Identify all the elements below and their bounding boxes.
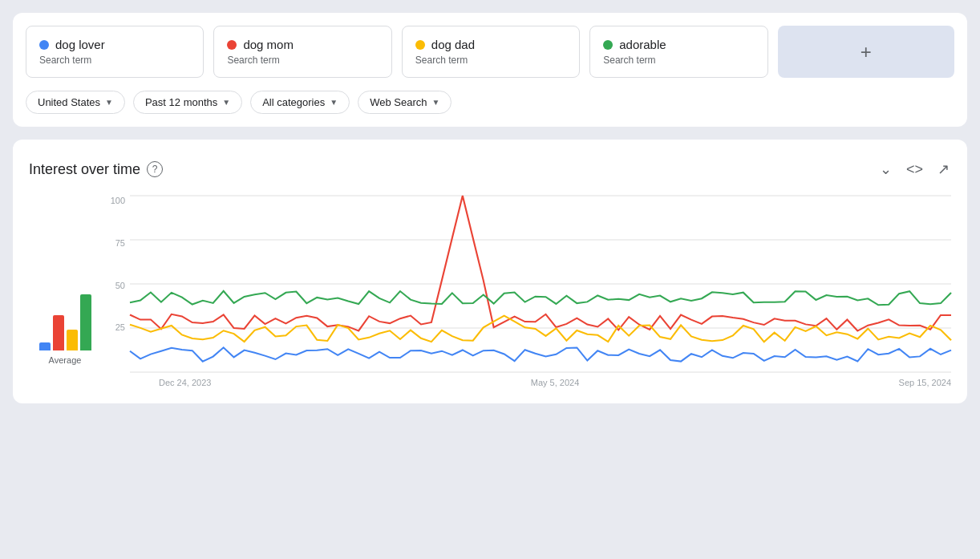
filter-period-chevron: ▼ xyxy=(222,98,230,107)
adorable-dot xyxy=(603,40,613,50)
x-axis-label: May 5, 2024 xyxy=(531,378,580,387)
download-button[interactable]: ⌄ xyxy=(878,159,893,180)
chart-canvas-wrapper: Dec 24, 2023May 5, 2024Sep 15, 2024 xyxy=(130,196,951,387)
average-bar xyxy=(53,315,64,350)
dog-lover-dot xyxy=(39,40,49,50)
dog-mom-dot xyxy=(227,40,237,50)
share-button[interactable]: ↗ xyxy=(936,159,951,180)
chart-section: Interest over time ? ⌄ <> ↗ Average 1007… xyxy=(13,140,967,403)
x-axis-label: Dec 24, 2023 xyxy=(159,378,211,387)
average-bar xyxy=(80,294,91,350)
dog-dad-dot xyxy=(415,40,425,50)
chart-area: Average 100755025 Dec 24, 2023May 5, 202… xyxy=(29,196,951,387)
dog-mom-line xyxy=(130,196,951,331)
filter-period-label: Past 12 months xyxy=(145,96,217,108)
search-term-card-dog-mom[interactable]: dog mom Search term xyxy=(213,26,391,78)
average-label: Average xyxy=(49,355,82,365)
dog-lover-name: dog lover xyxy=(55,38,105,51)
filter-period[interactable]: Past 12 months▼ xyxy=(133,91,242,114)
search-terms-row: dog lover Search term dog mom Search ter… xyxy=(26,26,954,78)
dog-dad-sub: Search term xyxy=(415,55,566,66)
average-bar xyxy=(39,342,51,350)
adorable-name: adorable xyxy=(619,38,666,51)
search-term-card-adorable[interactable]: adorable Search term xyxy=(589,26,767,78)
help-icon[interactable]: ? xyxy=(147,161,163,177)
top-section: dog lover Search term dog mom Search ter… xyxy=(13,13,967,127)
add-search-term-button[interactable]: + xyxy=(778,26,954,78)
filter-category-chevron: ▼ xyxy=(330,98,338,107)
filter-location-label: United States xyxy=(38,96,100,108)
y-axis-label: 75 xyxy=(115,238,125,248)
filter-category[interactable]: All categories▼ xyxy=(250,91,350,114)
average-bar xyxy=(67,330,78,350)
dog-dad-name: dog dad xyxy=(431,38,475,51)
filter-location[interactable]: United States▼ xyxy=(26,91,125,114)
adorable-sub: Search term xyxy=(603,55,754,66)
y-axis-label: 50 xyxy=(115,281,125,290)
filter-category-label: All categories xyxy=(262,96,325,108)
dog-lover-line xyxy=(130,347,951,361)
y-axis-label: 25 xyxy=(115,322,125,332)
filter-search_type-label: Web Search xyxy=(370,96,427,108)
filters-row: United States▼Past 12 months▼All categor… xyxy=(26,91,954,114)
line-chart-container: 100755025 Dec 24, 2023May 5, 2024Sep 15,… xyxy=(101,196,951,387)
search-term-card-dog-dad[interactable]: dog dad Search term xyxy=(402,26,580,78)
average-section: Average xyxy=(29,196,101,387)
dog-lover-sub: Search term xyxy=(39,55,190,66)
chart-actions: ⌄ <> ↗ xyxy=(878,159,951,180)
y-axis: 100755025 xyxy=(101,196,130,365)
average-bars xyxy=(39,286,91,350)
search-term-card-dog-lover[interactable]: dog lover Search term xyxy=(26,26,204,78)
embed-button[interactable]: <> xyxy=(905,160,925,180)
chart-title: Interest over time xyxy=(29,161,140,178)
line-chart-svg xyxy=(130,196,951,372)
filter-search_type[interactable]: Web Search▼ xyxy=(358,91,452,114)
x-axis-label: Sep 15, 2024 xyxy=(899,378,951,387)
chart-header: Interest over time ? ⌄ <> ↗ xyxy=(29,159,951,180)
filter-location-chevron: ▼ xyxy=(105,98,113,107)
adorable-line xyxy=(130,291,951,306)
x-labels: Dec 24, 2023May 5, 2024Sep 15, 2024 xyxy=(159,378,951,387)
y-axis-label: 100 xyxy=(111,196,125,205)
filter-search_type-chevron: ▼ xyxy=(431,98,439,107)
dog-mom-name: dog mom xyxy=(243,38,294,51)
chart-title-group: Interest over time ? xyxy=(29,161,163,178)
dog-mom-sub: Search term xyxy=(227,55,378,66)
